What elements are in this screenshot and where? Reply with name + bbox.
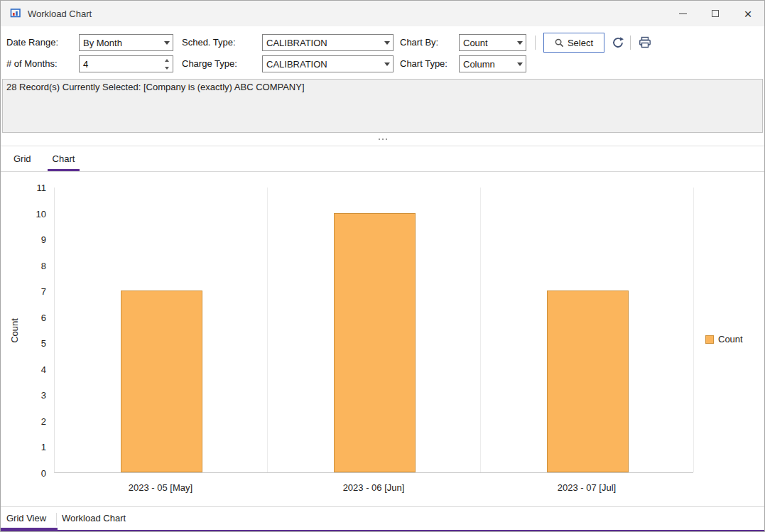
splitter-dot xyxy=(379,139,380,140)
num-months-label: # of Months: xyxy=(6,55,58,72)
legend-label: Count xyxy=(718,334,743,344)
y-tick-label: 4 xyxy=(22,364,46,375)
num-months-spinner xyxy=(79,55,173,72)
num-months-input[interactable] xyxy=(80,56,161,72)
chart-bar[interactable] xyxy=(547,291,629,472)
y-tick-label: 6 xyxy=(22,313,46,323)
chevron-down-icon xyxy=(161,35,173,50)
chart-by-label: Chart By: xyxy=(400,34,438,51)
bottom-active-tab-indicator xyxy=(1,528,58,531)
y-tick-label: 1 xyxy=(22,442,46,452)
bottom-accent-line xyxy=(1,530,764,531)
selection-status-box: 28 Record(s) Currently Selected: [Compan… xyxy=(2,79,763,133)
splitter-dot xyxy=(382,139,384,140)
chevron-up-icon xyxy=(165,59,169,62)
x-axis: 2023 - 05 [May]2023 - 06 [Jun]2023 - 07 … xyxy=(54,482,693,495)
minimize-button[interactable] xyxy=(666,1,699,26)
maximize-icon xyxy=(712,10,719,17)
charge-type-value: CALIBRATION xyxy=(263,56,381,72)
y-tick-label: 0 xyxy=(22,468,46,479)
chevron-down-icon xyxy=(381,56,393,72)
bottom-tabbar: Grid View Workload Chart xyxy=(1,506,764,531)
charge-type-label: Charge Type: xyxy=(182,55,237,72)
search-icon xyxy=(555,38,564,48)
chevron-down-icon xyxy=(381,35,393,50)
select-button[interactable]: Select xyxy=(543,33,604,53)
x-category-label: 2023 - 05 [May] xyxy=(54,482,267,493)
toolbar: Date Range: By Month Sched. Type: CALIBR… xyxy=(1,26,764,79)
chevron-down-icon xyxy=(165,67,169,70)
charge-type-combo[interactable]: CALIBRATION xyxy=(262,55,394,72)
y-tick-label: 2 xyxy=(22,416,46,427)
titlebar: Workload Chart × xyxy=(1,1,764,26)
selection-status-text: 28 Record(s) Currently Selected: [Compan… xyxy=(6,82,305,92)
date-range-value: By Month xyxy=(80,35,161,50)
toolbar-separator xyxy=(630,36,631,50)
sched-type-label: Sched. Type: xyxy=(182,34,236,51)
select-button-label: Select xyxy=(568,38,593,48)
gridline-vertical xyxy=(480,188,481,472)
close-button[interactable]: × xyxy=(732,1,764,26)
chart-bar[interactable] xyxy=(334,213,416,472)
y-tick-label: 7 xyxy=(22,286,46,297)
chart-type-combo[interactable]: Column xyxy=(459,55,526,72)
view-tab-row: Grid Chart xyxy=(1,146,764,172)
minimize-icon xyxy=(679,13,687,14)
chart-type-value: Column xyxy=(460,56,514,72)
close-icon: × xyxy=(744,7,752,21)
chart-type-label: Chart Type: xyxy=(400,55,447,72)
app-icon xyxy=(9,7,22,20)
sched-type-combo[interactable]: CALIBRATION xyxy=(262,34,394,51)
chart-by-value: Count xyxy=(460,35,514,50)
chart-legend: Count xyxy=(705,334,743,344)
y-tick-label: 10 xyxy=(22,209,46,219)
y-tick-label: 11 xyxy=(22,183,46,193)
splitter-dot xyxy=(386,139,387,140)
chevron-down-icon xyxy=(514,56,526,72)
spinner-down-button[interactable] xyxy=(161,64,173,72)
toolbar-separator xyxy=(535,36,536,50)
maximize-button[interactable] xyxy=(699,1,732,26)
main-panel: Grid Chart Count 01234567891011 2023 - 0… xyxy=(1,146,764,506)
y-tick-label: 9 xyxy=(22,234,46,245)
refresh-icon xyxy=(612,36,624,49)
gridline-vertical xyxy=(693,188,694,472)
bottom-tab-separator xyxy=(56,513,57,526)
tab-grid[interactable]: Grid xyxy=(13,146,31,171)
printer-icon xyxy=(639,36,651,49)
sched-type-value: CALIBRATION xyxy=(263,35,381,50)
y-axis-title: Count xyxy=(8,188,21,473)
x-category-label: 2023 - 07 [Jul] xyxy=(480,482,693,493)
chart-bar[interactable] xyxy=(121,291,202,472)
date-range-combo[interactable]: By Month xyxy=(79,34,173,51)
date-range-label: Date Range: xyxy=(6,34,58,51)
plot-area xyxy=(54,188,693,473)
bottom-tab-grid-view[interactable]: Grid View xyxy=(6,513,46,523)
y-tick-label: 5 xyxy=(22,338,46,349)
splitter-handle[interactable] xyxy=(1,133,764,146)
y-axis: 01234567891011 xyxy=(25,188,49,473)
gridline-vertical xyxy=(267,188,268,472)
y-tick-label: 3 xyxy=(22,390,46,401)
spinner-up-button[interactable] xyxy=(161,56,173,64)
window-title: Workload Chart xyxy=(28,9,92,19)
y-tick-label: 8 xyxy=(22,261,46,271)
x-category-label: 2023 - 06 [Jun] xyxy=(267,482,480,493)
chart-by-combo[interactable]: Count xyxy=(459,34,526,51)
legend-swatch-count xyxy=(705,335,714,344)
print-button[interactable] xyxy=(637,35,653,50)
refresh-button[interactable] xyxy=(610,35,626,50)
chevron-down-icon xyxy=(514,35,526,50)
bottom-tab-workload-chart[interactable]: Workload Chart xyxy=(62,513,126,523)
tab-chart[interactable]: Chart xyxy=(53,146,75,171)
